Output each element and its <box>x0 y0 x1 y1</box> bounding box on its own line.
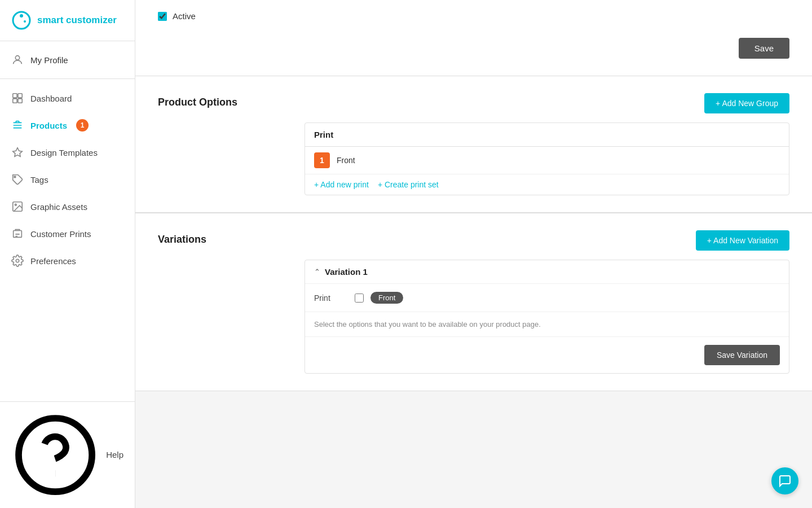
tags-icon <box>11 173 24 186</box>
active-checkbox[interactable] <box>158 12 167 21</box>
save-button[interactable]: Save <box>739 38 789 59</box>
variation-options-row: Print Front <box>305 284 789 312</box>
svg-rect-6 <box>13 99 17 103</box>
save-btn-row: Save <box>135 32 812 76</box>
variation-card-header-1[interactable]: ⌃ Variation 1 <box>305 260 789 284</box>
add-new-print-link[interactable]: + Add new print <box>314 180 369 189</box>
sidebar-item-label-preferences: Preferences <box>30 256 76 266</box>
logo-icon <box>11 10 32 30</box>
svg-point-13 <box>19 418 92 492</box>
create-print-set-link[interactable]: + Create print set <box>378 180 439 189</box>
sidebar-item-help[interactable]: Help <box>0 401 135 508</box>
sidebar-item-graphic-assets[interactable]: Graphic Assets <box>0 193 135 220</box>
print-group: Print 1 Front + Add new print + Create p… <box>304 122 789 195</box>
variation-card-1: ⌃ Variation 1 Print Front Select the opt… <box>304 260 789 374</box>
sidebar: smart customizer My Profile Dashboard <box>0 0 135 508</box>
help-label: Help <box>106 450 123 459</box>
brand-name: smart customizer <box>37 15 117 26</box>
svg-rect-5 <box>18 94 22 98</box>
print-group-name: Print <box>314 130 333 139</box>
profile-icon <box>11 54 24 66</box>
variation-footer: Save Variation <box>305 337 789 373</box>
active-section: Active Save <box>135 0 812 76</box>
svg-point-1 <box>20 14 23 17</box>
svg-point-2 <box>24 20 26 23</box>
profile-label: My Profile <box>30 55 68 65</box>
sidebar-item-preferences[interactable]: Preferences <box>0 247 135 274</box>
chevron-up-icon: ⌃ <box>314 268 320 276</box>
customer-prints-icon <box>11 227 24 240</box>
dashboard-icon <box>11 92 24 104</box>
variations-section: Variations + Add New Variation ⌃ Variati… <box>135 213 812 391</box>
variations-header: + Add New Variation <box>304 230 789 251</box>
active-row: Active <box>135 0 812 32</box>
product-options-panel: + Add New Group Print 1 Front + Add new … <box>304 93 789 195</box>
variation-name-1: Variation 1 <box>325 267 368 277</box>
my-profile-item[interactable]: My Profile <box>0 41 135 79</box>
sidebar-item-label-customer-prints: Customer Prints <box>30 229 91 239</box>
svg-point-10 <box>15 204 16 205</box>
add-new-group-button[interactable]: + Add New Group <box>704 93 789 113</box>
sidebar-item-tags[interactable]: Tags <box>0 166 135 193</box>
sidebar-item-label-dashboard: Dashboard <box>30 94 72 103</box>
sidebar-item-dashboard[interactable]: Dashboard <box>0 85 135 112</box>
variation-tag-front: Front <box>370 292 403 304</box>
variation-hint: Select the options that you want to be a… <box>305 312 789 337</box>
variation-option-label: Print <box>314 294 348 303</box>
svg-point-12 <box>16 259 19 262</box>
product-options-header: + Add New Group <box>304 93 789 113</box>
design-templates-icon <box>11 146 24 159</box>
products-icon <box>11 119 24 132</box>
chat-fab-button[interactable] <box>771 467 798 494</box>
print-item-name: Front <box>337 156 780 165</box>
variations-label: Variations <box>158 230 282 246</box>
svg-rect-4 <box>13 94 17 98</box>
svg-point-3 <box>15 56 19 60</box>
sidebar-nav: Dashboard Products 1 Design Templates Ta… <box>0 79 135 401</box>
chat-icon <box>778 474 792 488</box>
graphic-assets-icon <box>11 200 24 213</box>
sidebar-item-products[interactable]: Products 1 <box>0 112 135 139</box>
products-badge: 1 <box>76 119 89 132</box>
sidebar-item-design-templates[interactable]: Design Templates <box>0 139 135 166</box>
main-content: Active Save Product Options + Add New Gr… <box>135 0 812 508</box>
sidebar-item-label-products: Products <box>30 121 67 130</box>
add-new-group-label: + Add New Group <box>716 99 778 108</box>
sidebar-item-label-tags: Tags <box>30 175 48 185</box>
print-item-number: 1 <box>314 152 330 168</box>
sidebar-item-label-design-templates: Design Templates <box>30 148 98 157</box>
add-new-variation-label: + Add New Variation <box>707 236 778 245</box>
variation-print-checkbox[interactable] <box>355 294 364 303</box>
sidebar-logo: smart customizer <box>0 0 135 41</box>
svg-point-8 <box>14 176 16 178</box>
sidebar-item-label-graphic-assets: Graphic Assets <box>30 202 87 212</box>
add-new-variation-button[interactable]: + Add New Variation <box>696 230 789 251</box>
sidebar-item-customer-prints[interactable]: Customer Prints <box>0 220 135 247</box>
active-label: Active <box>173 11 196 21</box>
product-options-section: Product Options + Add New Group Print 1 … <box>135 76 812 213</box>
svg-rect-7 <box>18 99 22 103</box>
print-group-header: Print <box>305 123 789 147</box>
print-actions: + Add new print + Create print set <box>305 174 789 195</box>
help-icon <box>11 411 99 499</box>
print-item-row: 1 Front <box>305 147 789 174</box>
variations-panel: + Add New Variation ⌃ Variation 1 Print … <box>304 230 789 374</box>
preferences-icon <box>11 255 24 267</box>
save-variation-button[interactable]: Save Variation <box>704 345 780 365</box>
product-options-label: Product Options <box>158 93 282 108</box>
